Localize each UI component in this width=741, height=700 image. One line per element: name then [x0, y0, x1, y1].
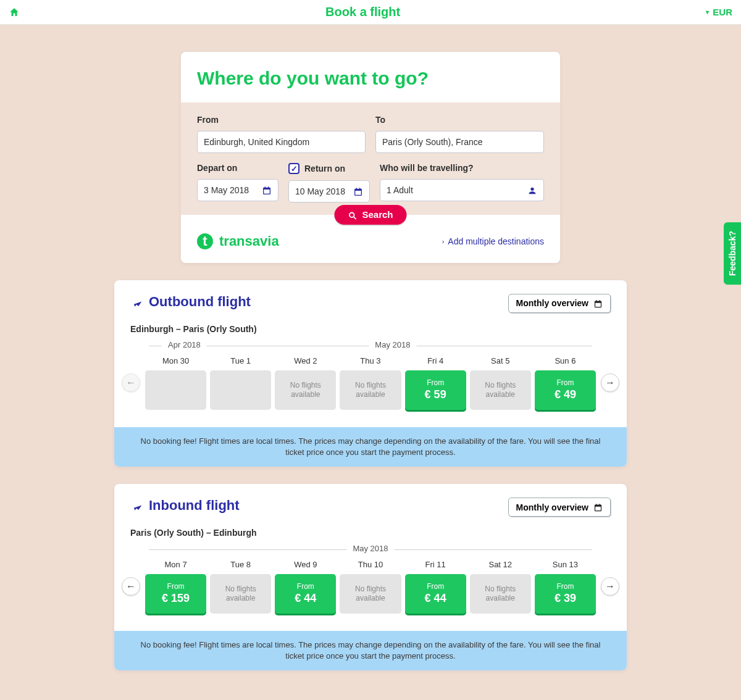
- home-icon[interactable]: [9, 6, 20, 18]
- day-label: Thu 10: [340, 560, 401, 569]
- brand: t transavia: [197, 233, 279, 249]
- day-label: Sun 6: [535, 356, 596, 365]
- currency-selector[interactable]: ▾ EUR: [706, 7, 732, 17]
- from-label: From: [556, 582, 574, 591]
- brand-name: transavia: [219, 233, 279, 249]
- day-column: Tue 1: [210, 356, 271, 410]
- price-value: € 159: [162, 592, 190, 605]
- inbound-prev-button[interactable]: ←: [122, 577, 140, 596]
- outbound-month-header: Apr 2018May 2018: [149, 340, 592, 351]
- from-label: From: [427, 582, 444, 591]
- month-label: Apr 2018: [162, 340, 207, 349]
- label-return: ✓ Return on: [288, 163, 370, 174]
- outbound-next-button[interactable]: →: [601, 373, 619, 392]
- inbound-month-header: May 2018: [149, 544, 592, 555]
- overview-label: Monthly overview: [516, 298, 588, 308]
- day-tile: No flights available: [340, 370, 401, 410]
- search-icon: [348, 209, 357, 220]
- to-value: Paris (Orly South), France: [382, 137, 537, 147]
- day-tile[interactable]: From€ 59: [405, 370, 466, 410]
- inbound-title: Inbound flight: [130, 498, 240, 514]
- day-tile[interactable]: From€ 159: [145, 574, 206, 614]
- day-tile: [210, 370, 271, 410]
- day-tile[interactable]: From€ 44: [405, 574, 466, 614]
- outbound-card: Outbound flight Monthly overview Edinbur…: [114, 280, 627, 467]
- day-column: Wed 2No flights available: [275, 356, 336, 410]
- arrow-right-icon: →: [605, 581, 615, 592]
- from-label: From: [427, 378, 444, 387]
- day-label: Wed 2: [275, 356, 336, 365]
- day-label: Sat 12: [470, 560, 531, 569]
- day-tile: No flights available: [470, 574, 531, 614]
- arrow-left-icon: ←: [126, 581, 136, 592]
- input-return[interactable]: 10 May 2018: [288, 180, 370, 202]
- day-column: Thu 10No flights available: [340, 560, 401, 614]
- day-column: Sat 5No flights available: [470, 356, 531, 410]
- inbound-days: Mon 7From€ 159Tue 8No flights availableW…: [145, 560, 596, 614]
- calendar-icon: [262, 185, 272, 195]
- inbound-monthly-overview-button[interactable]: Monthly overview: [508, 498, 611, 517]
- add-multiple-destinations[interactable]: › Add multiple destinations: [442, 236, 544, 246]
- feedback-tab[interactable]: Feedback?: [724, 222, 741, 285]
- day-label: Wed 9: [275, 560, 336, 569]
- price-value: € 44: [295, 592, 316, 605]
- month-label: May 2018: [369, 340, 416, 349]
- input-depart[interactable]: 3 May 2018: [197, 179, 278, 201]
- return-label-text: Return on: [304, 164, 345, 173]
- day-label: Tue 8: [210, 560, 271, 569]
- day-label: Mon 30: [145, 356, 206, 365]
- inbound-route: Paris (Orly South) – Edinburgh: [114, 528, 627, 538]
- outbound-disclaimer: No booking fee! Flight times are local t…: [114, 427, 627, 467]
- arrow-left-icon: ←: [126, 377, 136, 388]
- input-from[interactable]: Edinburgh, United Kingdom: [197, 131, 366, 153]
- input-travellers[interactable]: 1 Adult: [380, 179, 544, 201]
- label-to: To: [375, 115, 544, 125]
- day-column: Tue 8No flights available: [210, 560, 271, 614]
- from-value: Edinburgh, United Kingdom: [204, 137, 359, 147]
- calendar-icon: [593, 298, 603, 309]
- day-column: Sun 6From€ 49: [535, 356, 596, 410]
- day-tile: No flights available: [275, 370, 336, 410]
- plane-icon: [130, 294, 143, 310]
- price-value: € 49: [555, 388, 576, 401]
- from-label: From: [556, 378, 574, 387]
- field-return: ✓ Return on 10 May 2018: [288, 163, 370, 202]
- from-label: From: [297, 582, 314, 591]
- plane-icon: [130, 498, 143, 514]
- field-travellers: Who will be travelling? 1 Adult: [380, 163, 544, 202]
- svg-line-1: [354, 217, 356, 219]
- top-bar: Book a flight ▾ EUR: [0, 0, 741, 25]
- day-tile: No flights available: [210, 574, 271, 614]
- day-tile[interactable]: From€ 44: [275, 574, 336, 614]
- add-multi-label: Add multiple destinations: [448, 236, 544, 246]
- chevron-right-icon: ›: [442, 238, 445, 245]
- day-tile[interactable]: From€ 49: [535, 370, 596, 410]
- input-to[interactable]: Paris (Orly South), France: [375, 131, 544, 153]
- overview-label: Monthly overview: [516, 502, 588, 512]
- calendar-icon: [353, 186, 363, 196]
- depart-value: 3 May 2018: [204, 185, 262, 195]
- outbound-prev-button[interactable]: ←: [122, 373, 140, 392]
- day-label: Tue 1: [210, 356, 271, 365]
- price-value: € 39: [555, 592, 576, 605]
- search-form: From Edinburgh, United Kingdom To Paris …: [181, 102, 560, 215]
- day-tile[interactable]: From€ 39: [535, 574, 596, 614]
- person-icon: [527, 185, 537, 195]
- day-column: Sun 13From€ 39: [535, 560, 596, 614]
- price-value: € 59: [425, 388, 446, 401]
- calendar-icon: [593, 502, 603, 512]
- inbound-next-button[interactable]: →: [601, 577, 619, 596]
- from-label: From: [167, 582, 185, 591]
- arrow-right-icon: →: [605, 377, 615, 388]
- field-from: From Edinburgh, United Kingdom: [197, 115, 366, 153]
- outbound-title-text: Outbound flight: [149, 294, 251, 310]
- field-depart: Depart on 3 May 2018: [197, 163, 278, 202]
- day-label: Sat 5: [470, 356, 531, 365]
- page-title: Book a flight: [325, 5, 400, 19]
- outbound-monthly-overview-button[interactable]: Monthly overview: [508, 294, 611, 313]
- day-label: Fri 4: [405, 356, 466, 365]
- field-to: To Paris (Orly South), France: [375, 115, 544, 153]
- return-checkbox[interactable]: ✓: [288, 163, 299, 174]
- search-button[interactable]: Search: [334, 205, 406, 225]
- search-card: Where do you want to go? From Edinburgh,…: [181, 52, 560, 263]
